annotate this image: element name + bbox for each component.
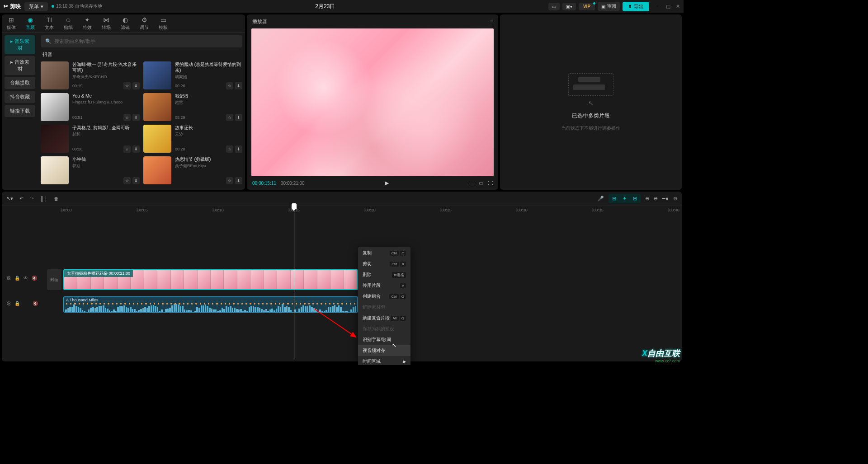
ratio-icon[interactable]: ▭ xyxy=(479,180,483,186)
total-time: 00:00:21:00 xyxy=(281,181,305,186)
cover-button[interactable]: 封面 xyxy=(47,269,61,290)
lock-icon[interactable]: 🔒 xyxy=(14,276,20,281)
export-icon: ⬆ xyxy=(628,4,632,9)
music-card[interactable]: 苦咖啡·唯一 (那奇片段-汽水音乐可听) 那奇沃夫/KKECHO 00:19 ☆… xyxy=(41,61,140,89)
playhead[interactable] xyxy=(294,206,294,360)
download-button[interactable]: ⬇ xyxy=(132,177,140,184)
zoom-slider[interactable]: ━● xyxy=(662,196,669,202)
timeline-ruler[interactable]: |00:00|00:05|00:10|00:15|00:20|00:25|00:… xyxy=(47,206,682,215)
download-button[interactable]: ⬇ xyxy=(132,82,140,89)
sidebar-item-douyin[interactable]: 抖音收藏 xyxy=(5,91,35,103)
maximize-button[interactable]: ▢ xyxy=(666,4,670,9)
favorite-button[interactable]: ☆ xyxy=(226,114,233,121)
context-menu-item[interactable]: 创建组合CtrlG xyxy=(358,291,410,302)
align-icon[interactable]: ⊕ xyxy=(645,196,649,202)
snap-tools[interactable]: ⊟ ✦ ⊟ xyxy=(609,194,641,203)
download-button[interactable]: ⬇ xyxy=(132,114,140,121)
favorite-button[interactable]: ☆ xyxy=(226,145,233,153)
music-artist: 杉和 xyxy=(72,131,140,137)
audio-clip[interactable]: A Thousand Miles xyxy=(63,296,358,313)
crop-icon[interactable]: ⛶ xyxy=(469,180,474,186)
mute-icon[interactable]: 🔇 xyxy=(32,276,37,281)
eye-icon[interactable]: 👁 xyxy=(24,276,28,281)
tab-text[interactable]: TI文本 xyxy=(40,14,59,32)
context-menu-item[interactable]: 识别字幕/歌词 xyxy=(358,334,410,345)
context-menu-item[interactable]: 新建复合片段AltG xyxy=(358,313,410,323)
music-card[interactable]: You & Me Fingazz ft.H-Slang & Choco 03:5… xyxy=(41,93,140,121)
music-artist: 云汐 xyxy=(175,131,242,137)
tab-template[interactable]: ▭模板 xyxy=(154,14,173,32)
snap-2-icon[interactable]: ✦ xyxy=(621,195,628,202)
link-icon[interactable]: ⛓ xyxy=(6,301,11,306)
favorite-button[interactable]: ☆ xyxy=(226,82,233,89)
context-menu-item[interactable]: 时间区域▶ xyxy=(358,356,410,365)
snap-1-icon[interactable]: ⊟ xyxy=(610,195,618,202)
mute-icon[interactable]: 🔇 xyxy=(33,301,38,306)
context-menu-item[interactable]: 复制CtrlC xyxy=(358,248,410,258)
menu-button[interactable]: 菜单 ▾ xyxy=(24,2,48,11)
preview-panel: 播放器 ≡ 00:00:15:11 00:00:21:00 ▶ ⛶ ▭ ⛶ xyxy=(247,14,498,190)
music-card[interactable]: 我记得 赵雷 05:29 ☆ ⬇ xyxy=(143,93,242,121)
delete-tool[interactable]: 🗑 xyxy=(54,196,59,202)
app-logo: ✂ 剪映 xyxy=(4,3,21,10)
ruler-tick: |00:05 xyxy=(137,208,148,212)
minimize-button[interactable]: — xyxy=(656,4,660,9)
select-tool[interactable]: ↖▾ xyxy=(6,196,13,202)
music-card[interactable]: 热恋情节 (剪辑版) 吴子健REmi,Kiya ☆ ⬇ xyxy=(143,156,242,184)
favorite-button[interactable]: ☆ xyxy=(123,82,131,89)
favorite-button[interactable]: ☆ xyxy=(226,177,233,184)
tab-transition[interactable]: ⋈转场 xyxy=(97,14,116,32)
redo-button[interactable]: ↷ xyxy=(30,196,34,202)
preview-viewport[interactable] xyxy=(251,28,494,176)
download-button[interactable]: ⬇ xyxy=(235,145,242,153)
search-input[interactable]: 🔍 搜索歌曲名称/歌手 xyxy=(41,35,242,47)
lock-icon[interactable]: 🔒 xyxy=(14,301,20,306)
snap-3-icon[interactable]: ⊟ xyxy=(631,195,639,202)
sidebar-item-extract[interactable]: 音频提取 xyxy=(5,77,35,89)
mic-icon[interactable]: 🎤 xyxy=(598,196,604,202)
music-card[interactable]: 爱的蠢动 (总是执着等待爱情的到来) 胡期皓 00:26 ☆ ⬇ xyxy=(143,61,242,89)
download-button[interactable]: ⬇ xyxy=(235,177,242,184)
tab-effect[interactable]: ✦特效 xyxy=(78,14,97,32)
tab-media[interactable]: ⊞媒体 xyxy=(2,14,21,32)
play-button[interactable]: ▶ xyxy=(385,180,389,186)
favorite-button[interactable]: ☆ xyxy=(123,177,131,184)
context-menu-item[interactable]: 视音频对齐 xyxy=(358,345,410,356)
download-button[interactable]: ⬇ xyxy=(132,145,140,153)
layout-button-1[interactable]: ▭ xyxy=(548,3,560,10)
split-tool[interactable]: ╟╢ xyxy=(40,196,47,202)
layout-button-2[interactable]: ▣▾ xyxy=(562,3,576,10)
download-button[interactable]: ⬇ xyxy=(235,114,242,121)
sidebar-item-link[interactable]: 链接下载 xyxy=(5,105,35,117)
preview-menu-icon[interactable]: ≡ xyxy=(490,18,493,25)
tab-adjust[interactable]: ⚙调节 xyxy=(135,14,154,32)
vip-badge[interactable]: VIP xyxy=(579,3,595,10)
music-duration: 03:51 xyxy=(72,115,83,120)
context-menu-item[interactable]: 停用片段V xyxy=(358,280,410,291)
sidebar-item-sfx[interactable]: ▸ 音效素材 xyxy=(5,56,35,75)
ruler-tick: |00:35 xyxy=(592,208,604,212)
adjust-icon: ⚙ xyxy=(142,16,147,23)
music-card[interactable]: 小神仙 郭斯 ☆ ⬇ xyxy=(41,156,140,184)
sidebar-item-music[interactable]: ▸ 音乐素材 xyxy=(5,35,35,54)
favorite-button[interactable]: ☆ xyxy=(123,145,131,153)
tab-sticker[interactable]: ☺贴纸 xyxy=(59,14,78,32)
close-button[interactable]: ✕ xyxy=(676,4,680,9)
tab-audio[interactable]: ◉音频 xyxy=(21,14,40,32)
export-button[interactable]: ⬆ 导出 xyxy=(623,2,649,11)
context-menu-item[interactable]: 剪切CtrlX xyxy=(358,258,410,269)
zoom-out-icon[interactable]: ⊖ xyxy=(654,196,658,202)
zoom-fit-icon[interactable]: ⊚ xyxy=(673,196,677,202)
fullscreen-icon[interactable]: ⛶ xyxy=(488,180,493,186)
music-card[interactable]: 故事还长 云汐 00:28 ☆ ⬇ xyxy=(143,125,242,153)
tab-filter[interactable]: ◐滤镜 xyxy=(116,14,135,32)
favorite-button[interactable]: ☆ xyxy=(123,114,131,121)
video-clip[interactable]: 实景拍摄粉色樱花花朵 00:00:21:00 xyxy=(63,269,358,290)
review-button[interactable]: ▣ 审阅 xyxy=(598,2,620,11)
link-icon[interactable]: ⛓ xyxy=(6,276,11,281)
download-button[interactable]: ⬇ xyxy=(235,82,242,89)
music-thumb xyxy=(41,156,69,184)
undo-button[interactable]: ↶ xyxy=(19,196,24,202)
context-menu-item[interactable]: 删除⬅退格 xyxy=(358,269,410,280)
music-card[interactable]: 子莫格尼_剪辑版1_全网可听 杉和 00:26 ☆ ⬇ xyxy=(41,125,140,153)
